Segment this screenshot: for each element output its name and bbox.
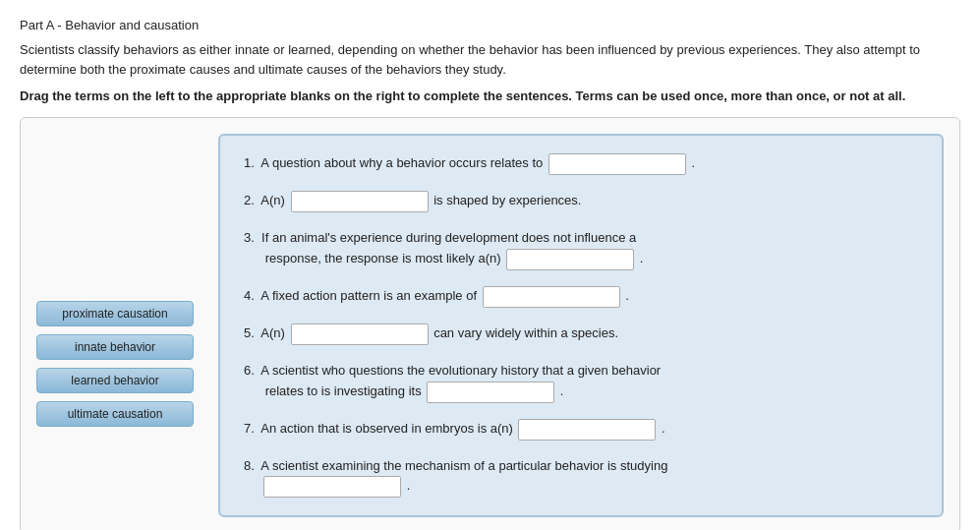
question-4: 4. A fixed action pattern is an example … [244, 286, 918, 308]
q7-text: 7. An action that is observed in embryos… [244, 421, 516, 436]
terms-panel: proximate causation innate behavior lear… [36, 134, 218, 517]
page-wrapper: Part A - Behavior and causation Scientis… [0, 0, 980, 530]
q1-suffix: . [688, 155, 695, 170]
q8-blank[interactable] [263, 476, 401, 498]
q4-blank[interactable] [483, 286, 620, 308]
part-label: Part A - [20, 18, 62, 32]
question-3: 3. If an animal's experience during deve… [244, 228, 918, 270]
main-area: proximate causation innate behavior lear… [20, 117, 960, 530]
part-heading: Part A - Behavior and causation [20, 18, 960, 32]
instruction: Drag the terms on the left to the approp… [20, 88, 934, 103]
q7-blank[interactable] [518, 419, 656, 441]
term-innate-behavior[interactable]: innate behavior [36, 334, 194, 360]
q6-blank[interactable] [427, 382, 554, 403]
q3-suffix: . [636, 251, 643, 265]
q4-suffix: . [622, 288, 629, 303]
q1-text: 1. A question about why a behavior occur… [244, 155, 547, 170]
description: Scientists classify behaviors as either … [20, 40, 934, 79]
question-7: 7. An action that is observed in embryos… [244, 419, 918, 441]
q3-blank[interactable] [506, 249, 634, 270]
q2-blank[interactable] [291, 191, 429, 212]
term-proximate-causation[interactable]: proximate causation [36, 301, 194, 326]
question-1: 1. A question about why a behavior occur… [244, 153, 918, 175]
term-learned-behavior[interactable]: learned behavior [36, 368, 194, 393]
q5-suffix: can vary widely within a species. [431, 325, 618, 340]
term-ultimate-causation[interactable]: ultimate causation [36, 401, 194, 427]
question-8: 8. A scientist examining the mechanism o… [244, 456, 918, 499]
question-2: 2. A(n) is shaped by experiences. [244, 191, 918, 212]
q6-suffix: . [556, 383, 563, 398]
questions-panel: 1. A question about why a behavior occur… [218, 134, 944, 517]
q4-text: 4. A fixed action pattern is an example … [244, 288, 481, 303]
q5-blank[interactable] [291, 324, 429, 345]
q8-suffix: . [403, 479, 410, 494]
question-6: 6. A scientist who questions the evoluti… [244, 361, 918, 403]
q7-suffix: . [658, 421, 664, 436]
part-title: Behavior and causation [62, 18, 199, 32]
question-5: 5. A(n) can vary widely within a species… [244, 324, 918, 345]
q1-blank[interactable] [548, 153, 686, 175]
q2-text: 2. A(n) [244, 193, 289, 207]
q2-suffix: is shaped by experiences. [431, 193, 582, 207]
q5-text: 5. A(n) [244, 325, 289, 340]
